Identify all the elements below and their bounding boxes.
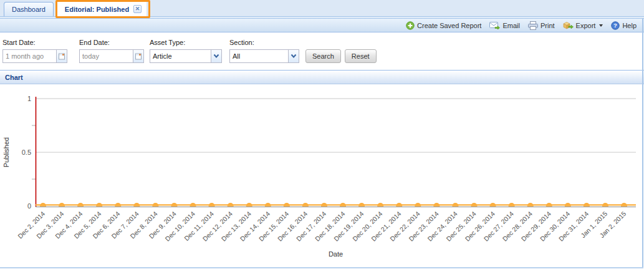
application-window: Dashboard Editorial: Published ✕ Create … — [0, 0, 644, 269]
data-point-marker — [77, 203, 84, 209]
print-icon — [528, 21, 538, 30]
section-value: All — [230, 50, 288, 62]
calendar-icon — [59, 53, 65, 60]
add-icon — [406, 21, 415, 30]
section-combobox[interactable]: All — [229, 49, 299, 63]
end-date-input-wrap — [79, 49, 144, 63]
data-point-marker — [452, 203, 458, 209]
data-point-marker — [40, 203, 46, 209]
data-point-marker — [527, 203, 534, 209]
y-tick-label: 0.5 — [22, 149, 31, 156]
data-point-marker — [228, 203, 234, 209]
data-point-marker — [377, 203, 383, 209]
data-point-marker — [415, 203, 421, 209]
calendar-trigger-button[interactable] — [56, 50, 67, 62]
export-label: Export — [576, 22, 596, 29]
reset-button[interactable]: Reset — [345, 49, 377, 63]
chevron-down-icon — [291, 54, 297, 59]
y-axis-title: Published — [2, 137, 10, 167]
toolbar: Create Saved Report Email Print — [0, 19, 644, 32]
start-date-input[interactable] — [3, 50, 56, 62]
tab-editorial-label: Editorial: Published — [65, 6, 129, 13]
tab-editorial-published[interactable]: Editorial: Published ✕ — [57, 2, 147, 16]
filter-panel: Start Date: End Date: — [0, 32, 644, 70]
chart-panel-body: 00.51PublishedDec 2, 2014Dec 3, 2014Dec … — [0, 84, 644, 269]
data-point-marker — [284, 203, 290, 209]
export-button[interactable]: Export — [563, 21, 603, 30]
email-icon — [489, 21, 500, 29]
data-point-marker — [602, 203, 608, 209]
print-label: Print — [541, 22, 555, 29]
filter-buttons: Search Reset — [305, 49, 377, 63]
data-point-marker — [59, 203, 65, 209]
y-tick-label: 0 — [27, 202, 31, 210]
end-date-field-group: End Date: — [79, 39, 144, 63]
panel-bottom-border — [0, 267, 643, 268]
close-icon[interactable]: ✕ — [133, 5, 142, 13]
data-point-marker — [340, 203, 346, 209]
data-point-marker — [115, 203, 121, 209]
calendar-icon — [135, 53, 142, 60]
data-point-marker — [321, 203, 327, 209]
data-point-marker — [209, 203, 215, 209]
create-saved-report-button[interactable]: Create Saved Report — [406, 21, 481, 30]
end-date-input[interactable] — [80, 50, 133, 62]
chevron-down-icon — [599, 24, 603, 27]
data-point-marker — [265, 203, 271, 209]
data-point-marker — [584, 203, 590, 209]
chart-panel-header: Chart — [0, 70, 644, 84]
data-point-marker — [190, 203, 196, 209]
data-point-marker — [133, 203, 140, 209]
asset-type-value: Article — [150, 50, 211, 62]
email-button[interactable]: Email — [489, 21, 520, 29]
data-point-marker — [302, 203, 309, 209]
y-tick-label: 1 — [27, 95, 31, 102]
data-point-marker — [621, 203, 627, 209]
start-date-field-group: Start Date: — [2, 39, 67, 63]
active-tab-highlight: Editorial: Published ✕ — [55, 0, 150, 18]
data-point-marker — [358, 203, 365, 209]
asset-type-field-group: Asset Type: Article — [150, 39, 222, 63]
section-field-group: Section: All — [229, 39, 299, 63]
data-point-marker — [509, 203, 515, 209]
chart-canvas: 00.51PublishedDec 2, 2014Dec 3, 2014Dec … — [0, 84, 644, 269]
chevron-down-icon — [213, 54, 219, 59]
asset-type-combobox[interactable]: Article — [150, 49, 222, 63]
panel-right-border — [642, 19, 643, 268]
tab-dashboard[interactable]: Dashboard — [4, 2, 54, 16]
combo-trigger-button[interactable] — [211, 50, 221, 62]
combo-trigger-button[interactable] — [288, 50, 299, 62]
end-date-label: End Date: — [79, 39, 144, 46]
help-button[interactable]: ? Help — [611, 21, 637, 30]
search-button[interactable]: Search — [305, 49, 341, 63]
x-axis-title: Date — [329, 250, 343, 258]
export-icon — [563, 21, 574, 30]
create-saved-report-label: Create Saved Report — [417, 22, 481, 29]
help-label: Help — [622, 22, 637, 29]
data-point-marker — [171, 203, 177, 209]
data-point-marker — [565, 203, 571, 209]
section-label: Section: — [229, 39, 299, 46]
svg-text:?: ? — [613, 22, 617, 29]
email-label: Email — [502, 22, 520, 29]
data-point-marker — [490, 203, 496, 209]
data-point-marker — [396, 203, 402, 209]
tab-dashboard-label: Dashboard — [12, 6, 46, 13]
print-button[interactable]: Print — [528, 21, 555, 30]
chart-panel-title: Chart — [5, 74, 23, 81]
help-icon: ? — [611, 21, 620, 30]
data-point-marker — [433, 203, 440, 209]
data-point-marker — [546, 203, 552, 209]
tab-bar: Dashboard Editorial: Published ✕ — [0, 0, 644, 16]
start-date-label: Start Date: — [2, 39, 67, 46]
asset-type-label: Asset Type: — [150, 39, 222, 46]
calendar-trigger-button[interactable] — [133, 50, 143, 62]
data-point-marker — [96, 203, 102, 209]
data-point-marker — [471, 203, 477, 209]
data-point-marker — [246, 203, 252, 209]
data-point-marker — [152, 203, 158, 209]
start-date-input-wrap — [2, 49, 67, 63]
